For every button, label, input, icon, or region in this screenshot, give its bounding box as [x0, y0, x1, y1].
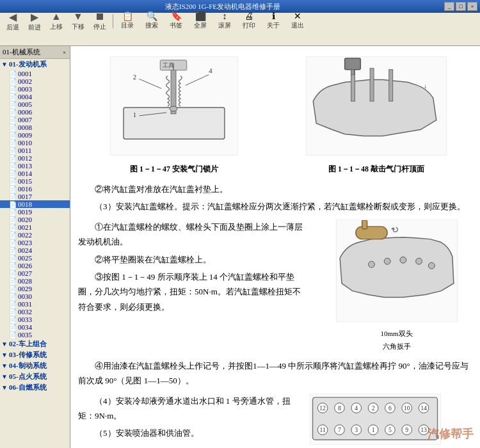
sidebar-item-0012[interactable]: 📄0012	[0, 154, 70, 162]
stop-button[interactable]: ⏹ 停止	[90, 10, 110, 32]
page-icon: 📄	[9, 285, 17, 292]
svg-text:工具: 工具	[163, 62, 174, 68]
folder-icon: ▼	[1, 351, 8, 358]
sidebar-item-0001[interactable]: 📄0001	[0, 70, 70, 77]
folder-icon: ▼	[1, 362, 8, 369]
sidebar-item-0002[interactable]: 📄0002	[0, 77, 70, 85]
print-label: 打印	[243, 21, 255, 30]
item-label: 0011	[18, 147, 32, 154]
sidebar-item-0032[interactable]: 📄0032	[0, 308, 70, 316]
page-icon: 📄	[9, 116, 17, 124]
scroll-button[interactable]: ↕ 滚屏	[213, 14, 236, 28]
search-button[interactable]: 🔍 搜索	[140, 14, 163, 28]
item-label: 0026	[18, 262, 32, 269]
about-label: 关于	[267, 21, 280, 30]
svg-line-6	[186, 75, 209, 86]
figure-47-svg: 2 4 1 工具	[110, 56, 238, 156]
content-body: 2 4 1 工具 图 1－1－47 安装气门锁片	[78, 56, 472, 448]
sidebar-item-0016[interactable]: 📄0016	[0, 185, 70, 193]
bookmark-button[interactable]: 🔖 书签	[164, 14, 188, 28]
svg-text:↓: ↓	[424, 83, 427, 90]
sidebar-item-0022[interactable]: 📄0022	[0, 231, 70, 239]
sidebar-item-0033[interactable]: 📄0033	[0, 316, 70, 323]
page-icon: 📄	[9, 186, 17, 193]
sidebar-item-0028[interactable]: 📄0028	[0, 277, 70, 285]
sidebar-item-0011[interactable]: 📄0011	[0, 147, 70, 154]
sidebar-item-0027[interactable]: 📄0027	[0, 269, 70, 277]
sidebar[interactable]: 01-机械系统 × ▼01-发动机系📄0001📄0002📄0003📄0004📄0…	[0, 46, 70, 448]
sidebar-folder-03-trans[interactable]: ▼03-传修系统	[0, 349, 70, 360]
item-label: 0005	[18, 100, 32, 108]
toc-button[interactable]: 📋 目录	[116, 14, 139, 28]
svg-text:8: 8	[338, 404, 341, 412]
sidebar-item-0003[interactable]: 📄0003	[0, 85, 70, 93]
sidebar-item-0009[interactable]: 📄0009	[0, 131, 70, 139]
sidebar-item-0015[interactable]: 📄0015	[0, 177, 70, 185]
close-button[interactable]: ×	[467, 2, 477, 11]
sidebar-item-0008[interactable]: 📄0008	[0, 124, 70, 131]
sidebar-item-0014[interactable]: 📄0014	[0, 170, 70, 177]
sidebar-item-0005[interactable]: 📄0005	[0, 100, 70, 108]
sidebar-item-0035[interactable]: 📄0035	[0, 331, 70, 339]
sidebar-folder-04-brake[interactable]: ▼04-制动系统	[0, 360, 70, 371]
sidebar-item-0025[interactable]: 📄0025	[0, 254, 70, 262]
sidebar-item-0026[interactable]: 📄0026	[0, 262, 70, 269]
sidebar-item-0013[interactable]: 📄0013	[0, 162, 70, 170]
print-button[interactable]: 🖨 打印	[237, 14, 260, 28]
forward-button[interactable]: ▶ 前进	[24, 10, 45, 33]
sidebar-item-0024[interactable]: 📄0024	[0, 246, 70, 254]
content-area: 2 4 1 工具 图 1－1－47 安装气门锁片	[70, 46, 480, 448]
item-label: 0013	[18, 162, 32, 170]
sidebar-item-0010[interactable]: 📄0010	[0, 139, 70, 147]
page-icon: 📄	[9, 293, 17, 300]
para-5: ③按图 1－1－49 所示顺序装上 14 个汽缸盖螺栓和平垫圈，分几次均匀地拧紧…	[78, 269, 305, 314]
sidebar-folder-01-engine[interactable]: ▼01-发动机系	[0, 59, 70, 70]
sidebar-item-0020[interactable]: 📄0020	[0, 216, 70, 223]
svg-text:1: 1	[372, 426, 375, 433]
sidebar-item-0021[interactable]: 📄0021	[0, 223, 70, 231]
minimize-button[interactable]: _	[444, 2, 454, 11]
item-label: 0029	[18, 285, 32, 292]
back-button[interactable]: ◀ 后退	[3, 10, 23, 33]
sidebar-item-0018[interactable]: 📄0018	[0, 200, 70, 208]
svg-text:9: 9	[406, 426, 409, 433]
para-7: （4）安装冷却液旁通水道出水口和 1 号旁通水管，扭矩：9N·m。	[78, 394, 294, 424]
sidebar-item-0019[interactable]: 📄0019	[0, 208, 70, 216]
fullscreen-button[interactable]: ⬛ 全屏	[189, 14, 212, 28]
about-icon: ℹ	[272, 12, 275, 21]
item-label: 0012	[18, 154, 32, 162]
sidebar-collapse-btn[interactable]: ×	[61, 49, 67, 56]
item-label: 0024	[18, 246, 32, 254]
sidebar-item-0017[interactable]: 📄0017	[0, 193, 70, 200]
sidebar-item-0029[interactable]: 📄0029	[0, 285, 70, 292]
up-button[interactable]: ▲ 上移	[46, 10, 67, 32]
stop-icon: ⏹	[95, 11, 105, 22]
item-label: 0027	[18, 269, 32, 277]
wrench-svg: ↻	[336, 220, 458, 322]
sidebar-item-0007[interactable]: 📄0007	[0, 116, 70, 124]
sidebar-folder-06-fuel[interactable]: ▼06-自燃系统	[0, 382, 70, 393]
fig47-caption: 图 1－1－47 安装气门锁片	[78, 163, 270, 177]
item-label: 0034	[18, 323, 32, 331]
maximize-button[interactable]: □	[456, 2, 466, 11]
about-button[interactable]: ℹ 关于	[262, 14, 285, 28]
sidebar-item-0031[interactable]: 📄0031	[0, 300, 70, 308]
sidebar-item-0004[interactable]: 📄0004	[0, 93, 70, 100]
page-icon: 📄	[9, 308, 17, 316]
sidebar-item-0023[interactable]: 📄0023	[0, 239, 70, 246]
sidebar-folder-02-chassis[interactable]: ▼02-车上组合	[0, 339, 70, 349]
exit-button[interactable]: ✕ 退出	[286, 14, 309, 28]
down-icon: ▼	[73, 11, 83, 22]
item-label: 0018	[18, 200, 32, 208]
sidebar-item-0030[interactable]: 📄0030	[0, 292, 70, 300]
sidebar-header: 01-机械系统 ×	[0, 46, 70, 59]
sidebar-item-0006[interactable]: 📄0006	[0, 108, 70, 116]
svg-rect-24	[362, 220, 367, 229]
item-label: 0028	[18, 277, 32, 285]
fullscreen-label: 全屏	[194, 21, 207, 30]
down-button[interactable]: ▼ 下移	[68, 10, 88, 32]
sidebar-item-0034[interactable]: 📄0034	[0, 323, 70, 331]
sidebar-folder-05-ignit[interactable]: ▼05-点火系统	[0, 371, 70, 382]
down-label: 下移	[72, 22, 84, 31]
page-icon: 📄	[9, 78, 17, 85]
